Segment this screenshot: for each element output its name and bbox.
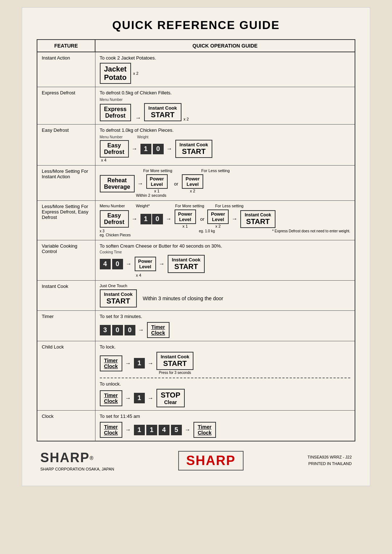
feature-label: Less/More Setting For Instant Action [37,166,95,201]
guide-table: FEATURE QUICK OPERATION GUIDE Instant Ac… [37,39,355,441]
feature-label: Instant Action [37,52,95,87]
op-content: To soften Cream Cheese or Butter for 40 … [95,240,355,281]
op-content: To defrost 0.5kg of Chicken Fillets. Men… [95,87,355,125]
page: QUICK REFERENCE GUIDE FEATURE QUICK OPER… [22,7,370,486]
footer: SHARP® SHARP CORPORATION OSAKA, JAPAN SH… [37,450,355,471]
timer-num-0a: 0 [112,325,123,335]
feature-label: Child Lock [37,341,95,411]
easy-defrost-btn: Easy Defrost [100,140,129,158]
instant-cook-start-btn3: Instant Cook START [240,210,275,228]
sharp-logo-center: SHARP [178,451,244,471]
unlock-num-1: 1 [134,393,145,403]
col2-header: QUICK OPERATION GUIDE [95,40,355,52]
lock-num-1: 1 [134,358,145,368]
easy-defrost-btn2: Easy Defrost [100,210,129,228]
num-0: 0 [152,214,163,224]
footer-right: TINSEA926 WRRZ - J22 PRINTED IN THAILAND [307,454,352,467]
sharp-logo-left: SHARP® [40,450,114,465]
power-level-btn1: Power Level [146,174,168,189]
instant-cook-start-btn4: Instant Cook START [168,255,205,273]
clock-num-5: 5 [171,425,182,435]
table-row: Less/More Setting For Instant Action For… [37,166,355,201]
table-row: Instant Action To cook 2 Jacket Potatoes… [37,52,355,87]
clock-num-1a: 1 [134,425,145,435]
timer-clock-lock-btn: Timer Clock [100,355,122,371]
num-box-0: 0 [153,144,164,154]
jacket-potato-btn: Jacket Potato [100,63,131,84]
instant-cook-start-btn2: Instant Cook START [175,140,213,158]
op-content: To cook 2 Jacket Potatoes. Jacket Potato… [95,52,355,87]
op-content: To set for 11:45 am Timer Clock → 1 1 4 … [95,411,355,441]
corp-text: SHARP CORPORATION OSAKA, JAPAN [40,467,114,471]
feature-label: Instant Cook [37,281,95,311]
model-text: TINSEA926 WRRZ - J22 [307,454,352,461]
op-content: Menu Number Weight* For More setting For… [95,201,355,240]
num-box-1: 1 [140,144,151,154]
num-0b: 0 [112,259,123,269]
table-row: Child Lock To lock. Timer Clock → 1 → [37,341,355,411]
page-title: QUICK REFERENCE GUIDE [37,19,355,32]
op-content: For More setting For Less setting Reheat… [95,166,355,201]
reheat-beverage-btn: Reheat Beverage [100,175,135,192]
op-content: Just One Touch Instant Cook START Within… [95,281,355,311]
instant-cook-start-btn: Instant Cook START [144,103,181,121]
power-level-btn2: Power Level [182,174,203,189]
feature-label: Variable Cooking Control [37,240,95,281]
timer-num-0b: 0 [124,325,135,335]
clock-num-4: 4 [159,425,170,435]
instant-cook-one-touch-btn: Instant Cook START [100,289,137,307]
table-row: Clock To set for 11:45 am Timer Clock → … [37,411,355,441]
clock-num-1b: 1 [146,425,157,435]
feature-label: Timer [37,311,95,341]
table-row: Easy Defrost To defrost 1.0kg of Chicken… [37,125,355,166]
num-4: 4 [100,259,111,269]
footer-left: SHARP® SHARP CORPORATION OSAKA, JAPAN [40,450,114,471]
power-level-more-btn: Power Level [175,209,196,224]
col1-header: FEATURE [37,40,95,52]
feature-label: Easy Defrost [37,125,95,166]
timer-clock-clock-btn1: Timer Clock [100,422,122,438]
op-content: To lock. Timer Clock → 1 → Instant Cook [95,341,355,411]
feature-label: Express Defrost [37,87,95,125]
table-row: Less/More Setting For Express Defrost, E… [37,201,355,240]
table-row: Instant Cook Just One Touch Instant Cook… [37,281,355,311]
timer-clock-unlock-btn: Timer Clock [100,390,122,406]
num-1: 1 [140,214,151,224]
op-content: To set for 3 minutes. 3 0 0 → Timer Cloc… [95,311,355,341]
table-row: Express Defrost To defrost 0.5kg of Chic… [37,87,355,125]
feature-label: Clock [37,411,95,441]
instant-cook-lock-btn: Instant Cook START [156,352,194,370]
table-row: Timer To set for 3 minutes. 3 0 0 → Time… [37,311,355,341]
table-row: Variable Cooking Control To soften Cream… [37,240,355,281]
printed-text: PRINTED IN THAILAND [307,461,352,467]
power-level-less-btn: Power Level [207,209,229,224]
timer-num-3: 3 [100,325,111,335]
express-defrost-btn: Express Defrost [100,104,131,121]
power-level-btn3: Power Level [135,257,156,271]
feature-label: Less/More Setting For Express Defrost, E… [37,201,95,240]
op-content: To defrost 1.0kg of Chicken Pieces. Menu… [95,125,355,166]
timer-clock-btn: Timer Clock [147,322,170,338]
stop-clear-btn: STOP Clear [156,389,185,407]
timer-clock-clock-btn2: Timer Clock [193,422,216,438]
